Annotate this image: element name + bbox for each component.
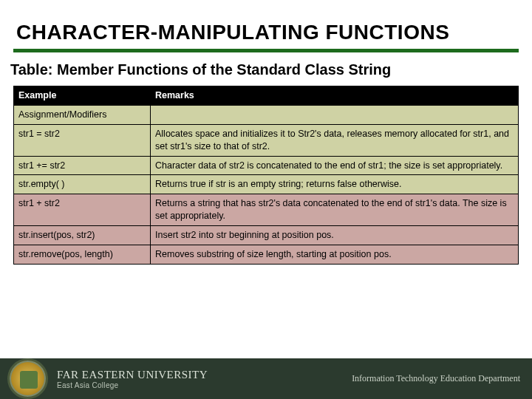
cell-remarks: Returns true if str is an empty string; … <box>151 175 519 194</box>
table-row: Assignment/Modifiers <box>14 105 519 124</box>
slide: CHARACTER-MANIPULATING FUNCTIONS Table: … <box>0 0 532 399</box>
table-row: str.insert(pos, str2) Insert str2 into s… <box>14 226 519 245</box>
cell-remarks: Character data of str2 is concatenated t… <box>151 156 519 175</box>
cell-remarks: Allocates space and initializes it to St… <box>151 124 519 156</box>
table-caption: Table: Member Functions of the Standard … <box>0 52 532 86</box>
university-block: FAR EASTERN UNIVERSITY East Asia College <box>57 369 352 389</box>
header-example: Example <box>14 86 151 106</box>
cell-example: str1 + str2 <box>14 194 151 226</box>
cell-example: Assignment/Modifiers <box>14 105 151 124</box>
table-row: str.empty( ) Returns true if str is an e… <box>14 175 519 194</box>
page-title: CHARACTER-MANIPULATING FUNCTIONS <box>0 0 532 49</box>
table-header-row: Example Remarks <box>14 86 519 106</box>
cell-example: str1 += str2 <box>14 156 151 175</box>
cell-remarks: Returns a string that has str2's data co… <box>151 194 519 226</box>
table-row: str1 + str2 Returns a string that has st… <box>14 194 519 226</box>
table-row: str1 = str2 Allocates space and initiali… <box>14 124 519 156</box>
table-row: str1 += str2 Character data of str2 is c… <box>14 156 519 175</box>
department-name: Information Technology Education Departm… <box>352 373 520 384</box>
cell-example: str.empty( ) <box>14 175 151 194</box>
cell-remarks: Removes substring of size length, starti… <box>151 245 519 264</box>
cell-example: str1 = str2 <box>14 124 151 156</box>
table-row: str.remove(pos, length) Removes substrin… <box>14 245 519 264</box>
cell-example: str.remove(pos, length) <box>14 245 151 264</box>
cell-remarks: Insert str2 into str beginning at positi… <box>151 226 519 245</box>
university-seal-icon <box>7 358 48 399</box>
functions-table: Example Remarks Assignment/Modifiers str… <box>13 86 519 265</box>
university-name: FAR EASTERN UNIVERSITY <box>57 369 352 381</box>
cell-remarks <box>151 105 519 124</box>
cell-example: str.insert(pos, str2) <box>14 226 151 245</box>
college-name: East Asia College <box>57 381 352 389</box>
header-remarks: Remarks <box>151 86 519 106</box>
footer-bar: FAR EASTERN UNIVERSITY East Asia College… <box>0 358 532 399</box>
